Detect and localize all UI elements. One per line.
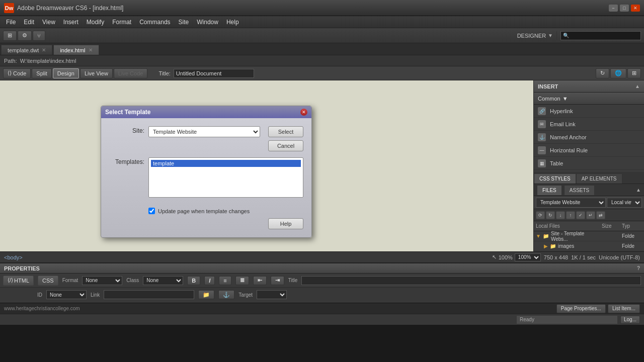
id-select[interactable]: None	[46, 290, 87, 299]
close-button[interactable]: ✕	[631, 5, 640, 12]
props-help-icon[interactable]: ?	[637, 265, 640, 271]
main-toolbar: ⊞ ⚙ ⑂ DESIGNER ▼ 🔍	[0, 28, 644, 43]
menu-site[interactable]: Site	[175, 18, 193, 27]
title-label: Title	[288, 278, 298, 283]
page-properties-btn[interactable]: Page Properties...	[556, 304, 606, 313]
template-item[interactable]: template	[151, 160, 301, 167]
menu-commands[interactable]: Commands	[135, 18, 174, 27]
maximize-button[interactable]: □	[620, 5, 629, 12]
menu-help[interactable]: Help	[222, 18, 243, 27]
browser-preview-btn[interactable]: 🌐	[610, 68, 626, 78]
zoom-select[interactable]: 100%	[515, 253, 541, 261]
css-toggle-btn[interactable]: CSS	[38, 276, 58, 286]
check-in-btn[interactable]: ↵	[586, 211, 595, 219]
search-bar[interactable]: 🔍	[560, 31, 641, 40]
files-tab[interactable]: FILES	[537, 185, 562, 195]
cancel-button[interactable]: Cancel	[268, 140, 303, 151]
format-select[interactable]: None	[82, 276, 122, 285]
help-button[interactable]: Help	[268, 218, 303, 229]
refresh-files-btn[interactable]: ↻	[546, 211, 555, 219]
sync-btn[interactable]: ⇄	[596, 211, 605, 219]
get-files-btn[interactable]: ↓	[556, 211, 565, 219]
site-name: Site - Template Webs...	[551, 231, 602, 242]
ordered-list-btn[interactable]: ≣	[235, 276, 249, 285]
visual-aids-btn[interactable]: ⊞	[627, 68, 641, 78]
gear-toolbar-btn[interactable]: ⚙	[18, 31, 32, 41]
insert-table[interactable]: ▦ Table	[534, 157, 644, 170]
unordered-list-btn[interactable]: ≡	[219, 276, 231, 285]
connect-btn[interactable]: ⟳	[536, 211, 545, 219]
view-selector[interactable]: Local view	[607, 198, 642, 208]
insert-email-link[interactable]: ✉ Email Link	[534, 118, 644, 131]
file-row-images[interactable]: ▶ 📁 images Folde	[534, 241, 644, 251]
refresh-btn[interactable]: ↻	[596, 68, 609, 78]
files-action-bar: ⟳ ↻ ↓ ↑ ✓ ↵ ⇄	[534, 209, 644, 221]
live-code-btn[interactable]: Live Code	[114, 68, 148, 78]
target-select[interactable]	[257, 290, 287, 299]
site-select[interactable]: Template Website	[148, 126, 260, 137]
images-folder-name: images	[558, 243, 602, 249]
site-selector[interactable]: Template Website	[536, 198, 606, 208]
insert-collapse-icon[interactable]: ▲	[635, 83, 640, 89]
anchor-link-btn[interactable]: ⚓	[218, 290, 234, 299]
live-view-btn[interactable]: Live View	[80, 68, 113, 78]
files-collapse-icon[interactable]: ▲	[636, 187, 641, 193]
status-indicators: Ready Log...	[517, 316, 640, 324]
menu-view[interactable]: View	[38, 18, 59, 27]
toolbar-group-left: ⊞ ⚙ ⑂	[3, 31, 45, 41]
check-out-btn[interactable]: ✓	[576, 211, 585, 219]
tab-template-dwt[interactable]: template.dwt ✕	[1, 45, 52, 55]
ap-elements-tab[interactable]: AP ELEMENTS	[576, 173, 622, 184]
title-label: Title:	[158, 70, 170, 76]
title-prop-input[interactable]	[301, 276, 641, 285]
props-header: PROPERTIES ?	[0, 263, 644, 274]
tab-index-html[interactable]: index.html ✕	[53, 45, 99, 55]
tab-close-template[interactable]: ✕	[42, 47, 46, 53]
minimize-button[interactable]: −	[609, 5, 618, 12]
outdent-btn[interactable]: ⇤	[253, 276, 267, 285]
common-selector[interactable]: Common ▼	[534, 93, 644, 105]
workspace-dropdown[interactable]: ▼	[548, 33, 553, 38]
tab-close-index[interactable]: ✕	[89, 47, 93, 53]
menu-modify[interactable]: Modify	[83, 18, 108, 27]
menu-file[interactable]: File	[2, 18, 20, 27]
files-panel: FILES ASSETS ▲ Template Website Local vi…	[534, 184, 644, 251]
put-files-btn[interactable]: ↑	[566, 211, 575, 219]
list-item-btn[interactable]: List Item...	[608, 304, 640, 313]
split-view-btn[interactable]: Split	[32, 68, 51, 78]
italic-btn[interactable]: I	[204, 276, 215, 285]
search-icon: 🔍	[563, 33, 569, 38]
link-label: Link	[91, 292, 100, 298]
title-input[interactable]	[174, 69, 254, 78]
menu-window[interactable]: Window	[193, 18, 222, 27]
menu-format[interactable]: Format	[108, 18, 135, 27]
editor-area[interactable]: Select Template ✕ Site: Template Website…	[0, 80, 533, 251]
log-btn[interactable]: Log...	[620, 316, 640, 324]
css-styles-tab[interactable]: CSS STYLES	[534, 173, 576, 184]
branch-toolbar-btn[interactable]: ⑂	[33, 31, 45, 41]
templates-listbox[interactable]: template	[148, 157, 303, 198]
props-title: PROPERTIES	[4, 265, 40, 272]
menu-insert[interactable]: Insert	[59, 18, 83, 27]
code-view-btn[interactable]: ⟨⟩ Code	[3, 68, 31, 78]
file-row-site[interactable]: ▼ 📁 Site - Template Webs... Folde	[534, 231, 644, 241]
class-select[interactable]: None	[143, 276, 183, 285]
indent-btn[interactable]: ⇥	[271, 276, 284, 285]
design-view-btn[interactable]: Design	[53, 68, 79, 78]
insert-named-anchor[interactable]: ⚓ Named Anchor	[534, 131, 644, 144]
update-checkbox[interactable]	[148, 208, 155, 214]
site-row: Site: Template Website Select Cancel	[109, 126, 303, 151]
dialog-close-button[interactable]: ✕	[300, 109, 307, 116]
menu-edit[interactable]: Edit	[20, 18, 38, 27]
insert-hyperlink[interactable]: 🔗 Hyperlink	[534, 105, 644, 118]
grid-toolbar-btn[interactable]: ⊞	[3, 31, 17, 41]
html-toggle-btn[interactable]: ⟨/⟩ HTML	[3, 276, 34, 286]
select-button[interactable]: Select	[268, 126, 303, 137]
bold-btn[interactable]: B	[187, 276, 200, 285]
insert-horizontal-rule[interactable]: — Horizontal Rule	[534, 144, 644, 157]
assets-tab[interactable]: ASSETS	[564, 185, 595, 195]
update-checkbox-label[interactable]: Update page when template changes	[158, 208, 250, 214]
link-input[interactable]	[104, 290, 194, 299]
encoding: Unicode (UTF-8)	[599, 254, 640, 260]
browse-link-btn[interactable]: 📁	[198, 290, 214, 299]
